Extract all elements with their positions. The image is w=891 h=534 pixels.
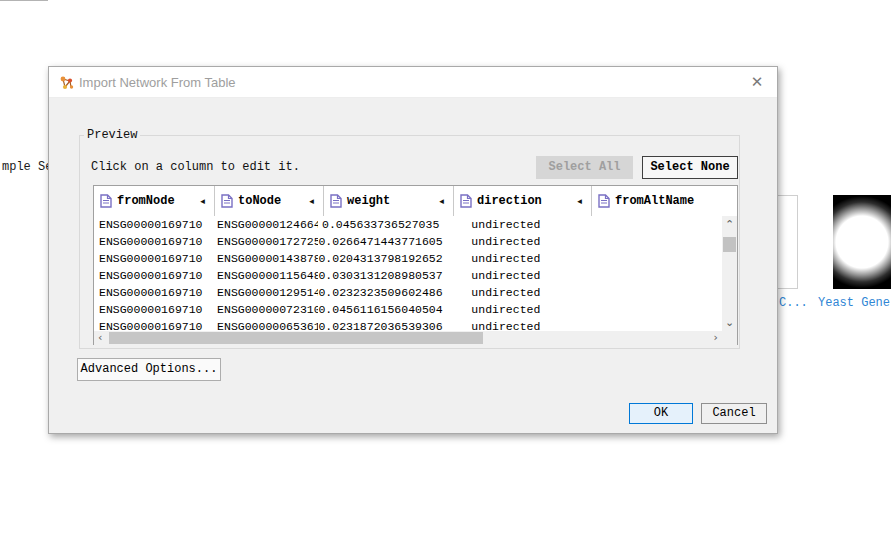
advanced-options-button[interactable]: Advanced Options... xyxy=(77,358,221,381)
table-row: ENSG00000169710ENSG000001156480.03031312… xyxy=(94,267,722,284)
table-cell-fromaltname xyxy=(581,233,722,250)
table-cell-weight: 0.0232323509602486 xyxy=(318,284,445,301)
select-all-button: Select All xyxy=(536,156,633,179)
yeast-network-thumbnail[interactable] xyxy=(833,195,891,289)
table-row: ENSG00000169710ENSG000000653610.02318720… xyxy=(94,318,722,331)
sort-arrow-icon[interactable]: ◄ xyxy=(309,197,314,206)
column-header-weight[interactable]: weight◄ xyxy=(324,186,454,216)
table-cell-tonode: ENSG00000115648 xyxy=(212,267,318,284)
column-label: weight xyxy=(347,194,390,208)
session-caption-yeast[interactable]: Yeast Gene I xyxy=(818,296,891,310)
sort-arrow-icon[interactable]: ◄ xyxy=(577,197,582,206)
preview-table: fromNode◄toNode◄weight◄direction◄fromAlt… xyxy=(93,185,738,345)
table-cell-weight: 0.0204313798192652 xyxy=(318,250,445,267)
ok-button[interactable]: OK xyxy=(629,403,693,424)
table-cell-tonode: ENSG00000124664 xyxy=(212,216,318,233)
table-cell-tonode: ENSG00000065361 xyxy=(212,318,318,331)
vertical-scrollbar[interactable]: ⌃ ⌄ xyxy=(722,216,737,331)
table-cell-fromaltname xyxy=(581,250,722,267)
cancel-button[interactable]: Cancel xyxy=(701,403,767,424)
table-cell-fromaltname xyxy=(581,284,722,301)
table-cell-fromaltname xyxy=(581,318,722,331)
table-cell-fromnode: ENSG00000169710 xyxy=(94,284,212,301)
table-cell-fromnode: ENSG00000169710 xyxy=(94,301,212,318)
table-cell-tonode: ENSG00000072310 xyxy=(212,301,318,318)
horizontal-scrollbar-thumb[interactable] xyxy=(109,332,483,344)
select-none-button[interactable]: Select None xyxy=(642,156,738,179)
column-header-tonode[interactable]: toNode◄ xyxy=(215,186,324,216)
column-header-fromaltname[interactable]: fromAltName xyxy=(592,186,737,216)
scroll-down-icon[interactable]: ⌄ xyxy=(725,317,734,328)
table-cell-direction: undirected xyxy=(445,318,580,331)
table-cell-direction: undirected xyxy=(445,267,580,284)
preview-table-header: fromNode◄toNode◄weight◄direction◄fromAlt… xyxy=(94,186,737,216)
table-cell-fromaltname xyxy=(581,216,722,233)
vertical-scrollbar-thumb[interactable] xyxy=(723,237,736,252)
table-cell-direction: undirected xyxy=(445,233,580,250)
dialog-titlebar[interactable]: Import Network From Table ✕ xyxy=(49,67,777,98)
column-label: toNode xyxy=(238,194,281,208)
table-row: ENSG00000169710ENSG000001295140.02323235… xyxy=(94,284,722,301)
sort-arrow-icon[interactable]: ◄ xyxy=(439,197,444,206)
table-cell-fromaltname xyxy=(581,267,722,284)
column-label: fromNode xyxy=(117,194,175,208)
scroll-right-icon[interactable]: › xyxy=(714,332,718,343)
table-cell-weight: 0.0303131208980537 xyxy=(318,267,445,284)
cytoscape-icon xyxy=(59,75,74,90)
table-cell-weight: 0.0266471443771605 xyxy=(318,233,445,250)
scrollbar-corner xyxy=(722,331,737,345)
table-cell-tonode: ENSG00000172725 xyxy=(212,233,318,250)
column-label: direction xyxy=(477,194,542,208)
horizontal-scrollbar[interactable]: ‹ › xyxy=(94,331,722,345)
table-cell-tonode: ENSG00000129514 xyxy=(212,284,318,301)
table-cell-direction: undirected xyxy=(445,301,580,318)
table-cell-direction: undirected xyxy=(445,250,580,267)
import-network-dialog: Import Network From Table ✕ Preview Clic… xyxy=(48,66,778,434)
background-panel-divider xyxy=(0,0,48,1)
session-caption-left[interactable]: C... xyxy=(779,296,808,310)
table-row: ENSG00000169710ENSG000001438780.02043137… xyxy=(94,250,722,267)
table-cell-weight: 0.045633736527035 xyxy=(318,216,445,233)
table-cell-fromnode: ENSG00000169710 xyxy=(94,318,212,331)
table-row: ENSG00000169710ENSG000001246640.04563373… xyxy=(94,216,722,233)
preview-groupbox-label: Preview xyxy=(84,128,140,142)
preview-table-body: ENSG00000169710ENSG000001246640.04563373… xyxy=(94,216,722,331)
table-row: ENSG00000169710ENSG000001727250.02664714… xyxy=(94,233,722,250)
table-cell-fromnode: ENSG00000169710 xyxy=(94,250,212,267)
table-cell-weight: 0.0456116156040504 xyxy=(318,301,445,318)
table-cell-fromnode: ENSG00000169710 xyxy=(94,216,212,233)
column-edit-hint: Click on a column to edit it. xyxy=(91,160,300,174)
scroll-left-icon[interactable]: ‹ xyxy=(98,332,102,343)
column-header-fromnode[interactable]: fromNode◄ xyxy=(94,186,215,216)
close-icon[interactable]: ✕ xyxy=(745,71,769,93)
table-cell-direction: undirected xyxy=(445,284,580,301)
table-cell-fromnode: ENSG00000169710 xyxy=(94,233,212,250)
table-cell-weight: 0.0231872036539306 xyxy=(318,318,445,331)
table-cell-fromaltname xyxy=(581,301,722,318)
table-cell-tonode: ENSG00000143878 xyxy=(212,250,318,267)
sort-arrow-icon[interactable]: ◄ xyxy=(200,197,205,206)
dialog-title: Import Network From Table xyxy=(79,75,236,90)
column-header-direction[interactable]: direction◄ xyxy=(454,186,592,216)
column-label: fromAltName xyxy=(615,194,694,208)
table-cell-direction: undirected xyxy=(445,216,580,233)
scroll-up-icon[interactable]: ⌃ xyxy=(725,219,734,230)
table-cell-fromnode: ENSG00000169710 xyxy=(94,267,212,284)
table-row: ENSG00000169710ENSG000000723100.04561161… xyxy=(94,301,722,318)
